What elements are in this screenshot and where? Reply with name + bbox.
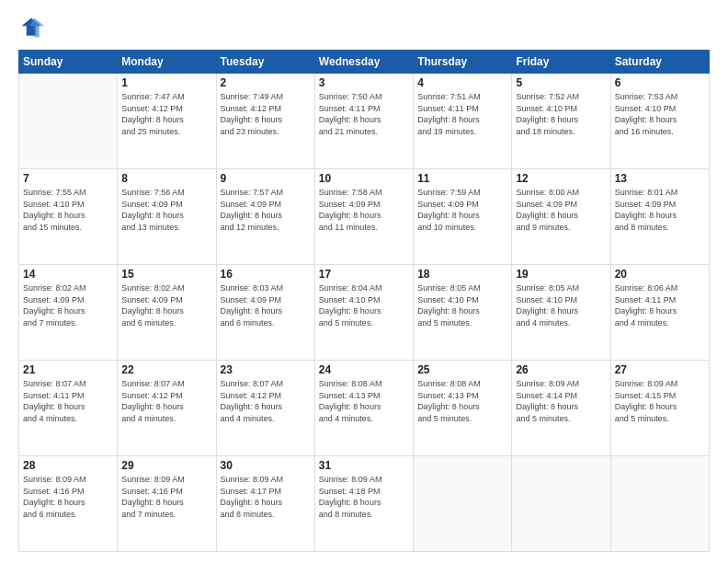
day-number: 8 <box>121 172 211 185</box>
calendar-cell: 19Sunrise: 8:05 AMSunset: 4:10 PMDayligh… <box>512 265 610 361</box>
day-number: 19 <box>516 268 606 281</box>
calendar-week-row: 21Sunrise: 8:07 AMSunset: 4:11 PMDayligh… <box>19 361 710 456</box>
day-info: Sunrise: 8:09 AMSunset: 4:14 PMDaylight:… <box>516 378 606 424</box>
calendar-cell: 21Sunrise: 8:07 AMSunset: 4:11 PMDayligh… <box>19 361 118 456</box>
day-number: 25 <box>417 363 507 376</box>
day-number: 1 <box>121 76 211 89</box>
calendar-cell: 6Sunrise: 7:53 AMSunset: 4:10 PMDaylight… <box>610 74 709 169</box>
day-info: Sunrise: 7:51 AMSunset: 4:11 PMDaylight:… <box>417 91 507 137</box>
calendar-cell: 15Sunrise: 8:02 AMSunset: 4:09 PMDayligh… <box>118 265 216 361</box>
calendar-cell: 9Sunrise: 7:57 AMSunset: 4:09 PMDaylight… <box>216 169 314 265</box>
calendar-table: Sunday Monday Tuesday Wednesday Thursday… <box>18 50 710 552</box>
day-number: 16 <box>221 268 311 281</box>
calendar-cell <box>512 456 610 552</box>
day-number: 12 <box>516 172 606 185</box>
day-number: 9 <box>221 172 311 185</box>
header-friday: Friday <box>512 51 610 74</box>
calendar-cell: 4Sunrise: 7:51 AMSunset: 4:11 PMDaylight… <box>414 74 512 169</box>
calendar-cell: 25Sunrise: 8:08 AMSunset: 4:13 PMDayligh… <box>414 361 512 456</box>
day-number: 17 <box>319 268 409 281</box>
day-number: 10 <box>319 172 409 185</box>
day-number: 4 <box>417 76 507 89</box>
day-number: 2 <box>221 76 311 89</box>
day-info: Sunrise: 8:07 AMSunset: 4:11 PMDaylight:… <box>23 378 113 424</box>
header-sunday: Sunday <box>19 51 118 74</box>
day-number: 5 <box>516 76 606 89</box>
calendar-cell: 14Sunrise: 8:02 AMSunset: 4:09 PMDayligh… <box>19 265 118 361</box>
calendar-header-row: Sunday Monday Tuesday Wednesday Thursday… <box>19 51 710 74</box>
day-info: Sunrise: 8:07 AMSunset: 4:12 PMDaylight:… <box>221 378 311 424</box>
calendar-cell: 10Sunrise: 7:58 AMSunset: 4:09 PMDayligh… <box>314 169 413 265</box>
day-info: Sunrise: 8:01 AMSunset: 4:09 PMDaylight:… <box>615 187 705 233</box>
calendar-cell: 3Sunrise: 7:50 AMSunset: 4:11 PMDaylight… <box>314 74 413 169</box>
day-number: 23 <box>221 363 311 376</box>
calendar-week-row: 1Sunrise: 7:47 AMSunset: 4:12 PMDaylight… <box>19 74 710 169</box>
calendar-cell: 1Sunrise: 7:47 AMSunset: 4:12 PMDaylight… <box>118 74 216 169</box>
day-info: Sunrise: 8:08 AMSunset: 4:13 PMDaylight:… <box>417 378 507 424</box>
calendar-cell: 20Sunrise: 8:06 AMSunset: 4:11 PMDayligh… <box>610 265 709 361</box>
calendar-cell: 16Sunrise: 8:03 AMSunset: 4:09 PMDayligh… <box>216 265 314 361</box>
day-number: 30 <box>221 459 311 472</box>
day-number: 6 <box>615 76 705 89</box>
calendar-cell: 31Sunrise: 8:09 AMSunset: 4:18 PMDayligh… <box>314 456 413 552</box>
logo <box>18 15 48 40</box>
day-info: Sunrise: 8:00 AMSunset: 4:09 PMDaylight:… <box>516 187 606 233</box>
calendar-cell: 11Sunrise: 7:59 AMSunset: 4:09 PMDayligh… <box>414 169 512 265</box>
header-monday: Monday <box>118 51 216 74</box>
day-info: Sunrise: 7:55 AMSunset: 4:10 PMDaylight:… <box>23 187 113 233</box>
day-number: 21 <box>23 363 113 376</box>
calendar-cell: 29Sunrise: 8:09 AMSunset: 4:16 PMDayligh… <box>118 456 216 552</box>
calendar-cell <box>610 456 709 552</box>
calendar-cell: 27Sunrise: 8:09 AMSunset: 4:15 PMDayligh… <box>610 361 709 456</box>
logo-icon <box>18 15 44 40</box>
day-info: Sunrise: 7:52 AMSunset: 4:10 PMDaylight:… <box>516 91 606 137</box>
day-info: Sunrise: 8:05 AMSunset: 4:10 PMDaylight:… <box>516 282 606 328</box>
day-number: 13 <box>615 172 705 185</box>
header-saturday: Saturday <box>610 51 709 74</box>
calendar-cell: 8Sunrise: 7:56 AMSunset: 4:09 PMDaylight… <box>118 169 216 265</box>
calendar-week-row: 14Sunrise: 8:02 AMSunset: 4:09 PMDayligh… <box>19 265 710 361</box>
day-number: 29 <box>121 459 211 472</box>
day-number: 28 <box>23 459 113 472</box>
calendar-cell: 7Sunrise: 7:55 AMSunset: 4:10 PMDaylight… <box>19 169 118 265</box>
day-info: Sunrise: 8:09 AMSunset: 4:15 PMDaylight:… <box>615 378 705 424</box>
calendar-cell: 12Sunrise: 8:00 AMSunset: 4:09 PMDayligh… <box>512 169 610 265</box>
day-info: Sunrise: 8:05 AMSunset: 4:10 PMDaylight:… <box>417 282 507 328</box>
calendar-cell: 13Sunrise: 8:01 AMSunset: 4:09 PMDayligh… <box>610 169 709 265</box>
day-info: Sunrise: 8:09 AMSunset: 4:16 PMDaylight:… <box>121 474 211 520</box>
day-number: 27 <box>615 363 705 376</box>
calendar-week-row: 7Sunrise: 7:55 AMSunset: 4:10 PMDaylight… <box>19 169 710 265</box>
calendar-cell: 26Sunrise: 8:09 AMSunset: 4:14 PMDayligh… <box>512 361 610 456</box>
day-info: Sunrise: 7:56 AMSunset: 4:09 PMDaylight:… <box>121 187 211 233</box>
day-number: 7 <box>23 172 113 185</box>
day-info: Sunrise: 8:09 AMSunset: 4:17 PMDaylight:… <box>221 474 311 520</box>
day-number: 11 <box>417 172 507 185</box>
page: Sunday Monday Tuesday Wednesday Thursday… <box>0 0 728 563</box>
day-info: Sunrise: 7:53 AMSunset: 4:10 PMDaylight:… <box>615 91 705 137</box>
day-info: Sunrise: 7:50 AMSunset: 4:11 PMDaylight:… <box>319 91 409 137</box>
day-info: Sunrise: 8:04 AMSunset: 4:10 PMDaylight:… <box>319 282 409 328</box>
day-number: 15 <box>121 268 211 281</box>
calendar-cell: 30Sunrise: 8:09 AMSunset: 4:17 PMDayligh… <box>216 456 314 552</box>
day-info: Sunrise: 8:02 AMSunset: 4:09 PMDaylight:… <box>121 282 211 328</box>
calendar-cell <box>414 456 512 552</box>
day-number: 18 <box>417 268 507 281</box>
day-number: 14 <box>23 268 113 281</box>
day-number: 20 <box>615 268 705 281</box>
day-info: Sunrise: 7:58 AMSunset: 4:09 PMDaylight:… <box>319 187 409 233</box>
calendar-cell <box>19 74 118 169</box>
calendar-cell: 24Sunrise: 8:08 AMSunset: 4:13 PMDayligh… <box>314 361 413 456</box>
day-number: 24 <box>319 363 409 376</box>
calendar-cell: 23Sunrise: 8:07 AMSunset: 4:12 PMDayligh… <box>216 361 314 456</box>
calendar-cell: 5Sunrise: 7:52 AMSunset: 4:10 PMDaylight… <box>512 74 610 169</box>
day-info: Sunrise: 7:49 AMSunset: 4:12 PMDaylight:… <box>221 91 311 137</box>
calendar-cell: 18Sunrise: 8:05 AMSunset: 4:10 PMDayligh… <box>414 265 512 361</box>
day-info: Sunrise: 8:03 AMSunset: 4:09 PMDaylight:… <box>221 282 311 328</box>
header-tuesday: Tuesday <box>216 51 314 74</box>
header <box>18 15 710 40</box>
day-info: Sunrise: 8:02 AMSunset: 4:09 PMDaylight:… <box>23 282 113 328</box>
calendar-cell: 17Sunrise: 8:04 AMSunset: 4:10 PMDayligh… <box>314 265 413 361</box>
day-info: Sunrise: 7:47 AMSunset: 4:12 PMDaylight:… <box>121 91 211 137</box>
day-info: Sunrise: 7:57 AMSunset: 4:09 PMDaylight:… <box>221 187 311 233</box>
day-number: 31 <box>319 459 409 472</box>
